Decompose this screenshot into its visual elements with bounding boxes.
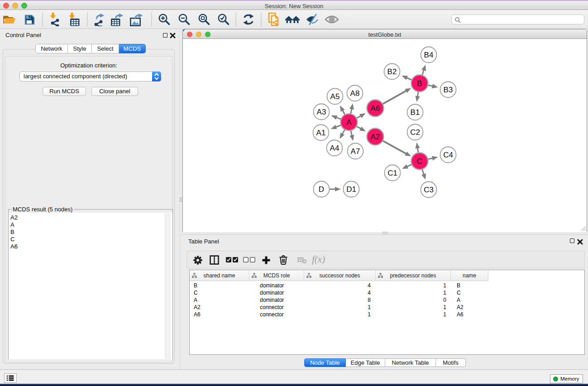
svg-text:C: C [417, 157, 422, 166]
svg-text:A: A [346, 118, 352, 127]
svg-text:B4: B4 [424, 51, 434, 59]
svg-text:A5: A5 [330, 92, 340, 101]
svg-text:A8: A8 [350, 89, 360, 98]
svg-text:B1: B1 [411, 108, 420, 117]
svg-text:A4: A4 [330, 144, 339, 152]
svg-text:A2: A2 [371, 133, 380, 141]
svg-text:C3: C3 [424, 186, 434, 194]
svg-text:A6: A6 [371, 104, 380, 113]
svg-text:C2: C2 [410, 128, 420, 137]
svg-text:A1: A1 [316, 129, 326, 137]
svg-text:B3: B3 [444, 86, 453, 94]
svg-text:D: D [319, 185, 324, 194]
svg-text:D1: D1 [346, 185, 356, 194]
svg-text:B: B [417, 79, 422, 88]
svg-text:A3: A3 [317, 108, 326, 116]
svg-text:C4: C4 [443, 151, 453, 159]
svg-text:C1: C1 [387, 169, 397, 177]
svg-text:A7: A7 [351, 147, 360, 156]
svg-text:B2: B2 [387, 67, 397, 76]
